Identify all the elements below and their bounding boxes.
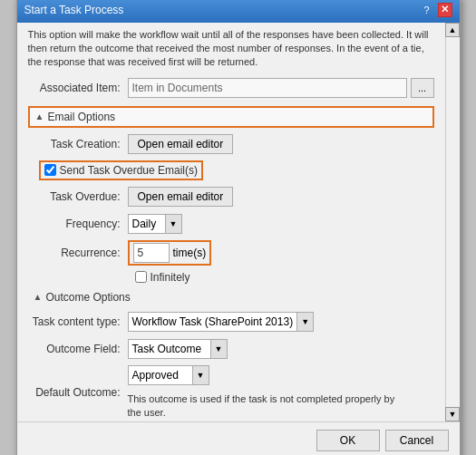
task-content-type-dropdown-icon[interactable]: ▼ [296, 313, 313, 331]
default-outcome-select[interactable]: Approved ▼ [128, 365, 209, 385]
default-outcome-value: Approved [129, 369, 192, 382]
outcome-section: ▲ Outcome Options Task content type: Wor… [28, 289, 434, 421]
send-overdue-bordered: Send Task Overdue Email(s) [39, 160, 204, 180]
recurrence-border-box: time(s) [128, 240, 212, 266]
infinitely-label: Infinitely [151, 271, 190, 284]
task-content-type-select[interactable]: Workflow Task (SharePoint 2013) ▼ [128, 312, 315, 332]
outcome-field-value: Task Outcome [129, 343, 210, 355]
default-outcome-dropdown-icon[interactable]: ▼ [192, 366, 209, 384]
task-overdue-email-button[interactable]: Open email editor [128, 187, 234, 207]
frequency-label: Frequency: [28, 218, 128, 230]
recurrence-input[interactable] [133, 243, 170, 263]
frequency-value: Daily [129, 218, 165, 230]
close-button[interactable]: ✕ [438, 3, 452, 17]
associated-item-input[interactable] [128, 78, 407, 98]
outcome-options-header[interactable]: ▲ Outcome Options [28, 289, 434, 305]
default-outcome-controls: Approved ▼ This outcome is used if the t… [128, 365, 434, 421]
default-outcome-row: Default Outcome: Approved ▼ This outcome… [28, 365, 434, 421]
outcome-field-controls: Task Outcome ▼ [128, 339, 434, 359]
frequency-select[interactable]: Daily ▼ [128, 214, 182, 234]
recurrence-label: Recurrence: [28, 247, 128, 259]
task-creation-row: Task Creation: Open email editor [28, 133, 434, 155]
email-options-header[interactable]: ▲ Email Options [28, 106, 434, 128]
associated-item-controls: ... [128, 78, 434, 98]
frequency-dropdown-icon[interactable]: ▼ [165, 215, 181, 233]
task-creation-label: Task Creation: [28, 138, 128, 150]
task-overdue-label: Task Overdue: [28, 190, 128, 203]
recurrence-controls: time(s) [128, 240, 434, 266]
dialog-footer: OK Cancel [17, 421, 460, 456]
help-button[interactable]: ? [420, 3, 434, 17]
outcome-field-select[interactable]: Task Outcome ▼ [128, 339, 228, 359]
frequency-row: Frequency: Daily ▼ [28, 213, 434, 235]
description-text: This option will make the workflow wait … [28, 28, 434, 70]
title-bar: Start a Task Process ? ✕ [17, 0, 460, 23]
associated-item-row: Associated Item: ... [28, 77, 434, 99]
associated-item-browse-button[interactable]: ... [411, 78, 434, 98]
task-content-type-controls: Workflow Task (SharePoint 2013) ▼ [128, 312, 434, 332]
task-overdue-row: Task Overdue: Open email editor [28, 186, 434, 208]
dialog-body: This option will make the workflow wait … [17, 23, 460, 421]
email-options-arrow-icon: ▲ [35, 111, 44, 121]
send-overdue-label: Send Task Overdue Email(s) [60, 164, 199, 177]
scrollbar[interactable]: ▲ ▼ [445, 23, 460, 421]
outcome-field-row: Outcome Field: Task Outcome ▼ [28, 338, 434, 360]
scroll-down-button[interactable]: ▼ [445, 407, 460, 421]
task-creation-email-button[interactable]: Open email editor [128, 134, 234, 154]
main-content: This option will make the workflow wait … [17, 23, 445, 421]
email-options-label: Email Options [47, 111, 115, 123]
task-creation-controls: Open email editor [128, 134, 434, 154]
task-content-type-row: Task content type: Workflow Task (ShareP… [28, 311, 434, 333]
ok-button[interactable]: OK [316, 430, 380, 451]
send-overdue-row: Send Task Overdue Email(s) [39, 160, 434, 180]
infinitely-row: Infinitely [135, 271, 434, 284]
dialog-title: Start a Task Process [24, 4, 124, 16]
dialog-window: Start a Task Process ? ✕ This option wil… [16, 0, 461, 455]
task-content-type-value: Workflow Task (SharePoint 2013) [129, 315, 297, 328]
outcome-options-label: Outcome Options [45, 291, 130, 304]
title-bar-controls: ? ✕ [420, 3, 452, 17]
send-overdue-checkbox[interactable] [44, 164, 56, 176]
frequency-controls: Daily ▼ [128, 214, 434, 234]
recurrence-row: Recurrence: time(s) [28, 240, 434, 266]
scroll-up-button[interactable]: ▲ [445, 23, 460, 37]
task-overdue-controls: Open email editor [128, 187, 434, 207]
outcome-field-dropdown-icon[interactable]: ▼ [210, 340, 227, 358]
cancel-button[interactable]: Cancel [385, 430, 449, 451]
outcome-field-label: Outcome Field: [28, 343, 128, 355]
task-content-type-label: Task content type: [28, 315, 128, 328]
infinitely-checkbox[interactable] [135, 271, 147, 283]
recurrence-suffix: time(s) [173, 247, 207, 259]
outcome-options-arrow-icon: ▲ [34, 292, 43, 302]
associated-item-label: Associated Item: [28, 82, 128, 94]
default-outcome-label: Default Outcome: [28, 386, 128, 399]
default-outcome-note: This outcome is used if the task is not … [128, 392, 409, 421]
